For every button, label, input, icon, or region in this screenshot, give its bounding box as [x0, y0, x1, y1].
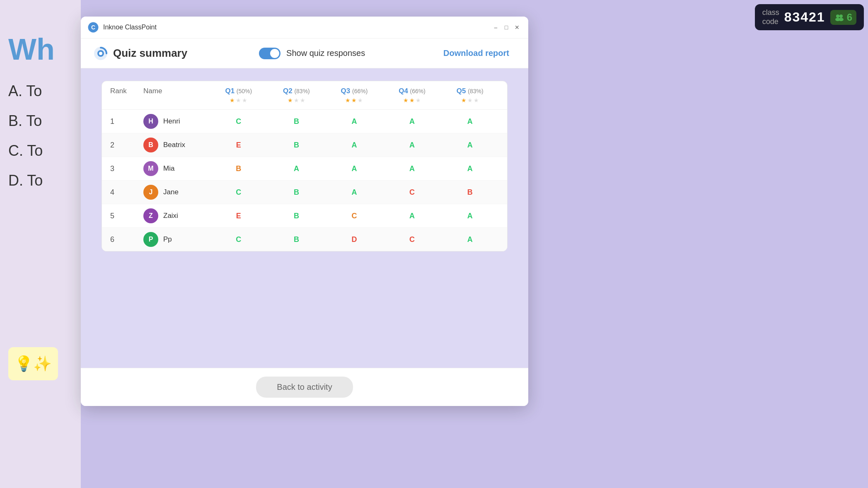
main-window: C Inknoe ClassPoint ‒ □ ✕ Quiz summary S… [81, 17, 528, 406]
answer-pp-q1: C [210, 235, 268, 244]
answer-beatrix-q5: A [441, 141, 499, 150]
avatar-pp: P [143, 232, 158, 247]
class-code-number: 83421 [784, 10, 825, 25]
avatar-zaixi: Z [143, 208, 158, 223]
quiz-summary-title: Quiz summary [93, 46, 187, 61]
slide-option-b: B. To [8, 112, 73, 130]
answer-jane-q2: B [268, 188, 326, 197]
class-code-badge: classcode 83421 6 [755, 4, 864, 30]
rank-5: 5 [110, 212, 143, 220]
answer-pp-q4: C [383, 235, 441, 244]
minimize-button[interactable]: ‒ [491, 23, 500, 32]
name-cell-henri: H Henri [143, 114, 210, 129]
table-row: 2 B Beatrix E B A A A [102, 133, 507, 157]
answer-beatrix-q2: B [268, 141, 326, 150]
table-row: 5 Z Zaixi E B C A A [102, 204, 507, 228]
slide-content: Wh A. To B. To C. To D. To 💡✨ [0, 0, 81, 488]
answer-mia-q5: A [441, 164, 499, 173]
slide-option-d: D. To [8, 172, 73, 189]
name-cell-pp: P Pp [143, 232, 210, 247]
col-header-q4: Q4 (66%) ★ ★ ★ [383, 87, 441, 104]
footer: Back to activity [81, 368, 528, 406]
bulb-widget: 💡✨ [8, 347, 58, 380]
download-report-button[interactable]: Download report [437, 45, 516, 61]
svg-point-8 [99, 52, 102, 55]
col-header-q1: Q1 (50%) ★ ★ ★ [210, 87, 268, 104]
answer-pp-q5: A [441, 235, 499, 244]
student-name-jane: Jane [163, 188, 179, 196]
toggle-label: Show quiz responses [286, 48, 365, 58]
answer-beatrix-q3: A [325, 141, 383, 150]
answer-henri-q4: A [383, 117, 441, 126]
toggle-area: Show quiz responses [187, 48, 437, 59]
avatar-henri: H [143, 114, 158, 129]
q2-stars: ★ ★ ★ [288, 97, 305, 104]
answer-beatrix-q1: E [210, 141, 268, 150]
svg-text:C: C [91, 24, 95, 31]
answer-jane-q4: C [383, 188, 441, 197]
users-icon [834, 14, 844, 21]
answer-mia-q2: A [268, 164, 326, 173]
maximize-button[interactable]: □ [502, 23, 511, 32]
app-header: Quiz summary Show quiz responses Downloa… [81, 39, 528, 68]
answer-henri-q2: B [268, 117, 326, 126]
class-code-users: 6 [830, 10, 856, 25]
slide-option-a: A. To [8, 82, 73, 100]
answer-mia-q3: A [325, 164, 383, 173]
name-cell-beatrix: B Beatrix [143, 138, 210, 152]
answer-beatrix-q4: A [383, 141, 441, 150]
show-responses-toggle[interactable] [259, 48, 280, 59]
answer-zaixi-q1: E [210, 212, 268, 220]
main-content: Rank Name Q1 (50%) ★ ★ ★ Q2 (83%) ★ ★ ★ [81, 68, 528, 368]
app-name: Inknoe ClassPoint [103, 24, 487, 31]
table-header: Rank Name Q1 (50%) ★ ★ ★ Q2 (83%) ★ ★ ★ [102, 81, 507, 110]
student-name-mia: Mia [163, 164, 174, 173]
answer-zaixi-q2: B [268, 212, 326, 220]
classpoint-logo [93, 46, 108, 61]
answer-zaixi-q5: A [441, 212, 499, 220]
answer-zaixi-q4: A [383, 212, 441, 220]
answer-mia-q4: A [383, 164, 441, 173]
col-header-q2: Q2 (83%) ★ ★ ★ [268, 87, 326, 104]
user-count: 6 [847, 12, 852, 23]
rank-6: 6 [110, 235, 143, 244]
avatar-jane: J [143, 185, 158, 200]
quiz-table: Rank Name Q1 (50%) ★ ★ ★ Q2 (83%) ★ ★ ★ [102, 81, 508, 251]
table-row: 3 M Mia B A A A A [102, 157, 507, 181]
svg-point-3 [839, 18, 844, 21]
svg-point-1 [839, 14, 843, 18]
rank-4: 4 [110, 188, 143, 197]
answer-zaixi-q3: C [325, 212, 383, 220]
col-header-rank: Rank [110, 87, 143, 104]
q1-stars: ★ ★ ★ [230, 97, 247, 104]
class-code-label: classcode [762, 8, 779, 26]
answer-jane-q1: C [210, 188, 268, 197]
name-cell-jane: J Jane [143, 185, 210, 200]
q3-stars: ★ ★ ★ [345, 97, 363, 104]
app-icon: C [87, 22, 99, 33]
student-name-zaixi: Zaixi [163, 212, 178, 220]
avatar-mia: M [143, 161, 158, 176]
col-header-q3: Q3 (66%) ★ ★ ★ [325, 87, 383, 104]
slide-title: Wh [8, 33, 73, 66]
student-name-henri: Henri [163, 117, 180, 126]
close-button[interactable]: ✕ [513, 23, 522, 32]
back-to-activity-button[interactable]: Back to activity [256, 377, 353, 398]
student-name-pp: Pp [163, 235, 172, 244]
slide-option-c: C. To [8, 142, 73, 159]
quiz-summary-label: Quiz summary [113, 47, 187, 60]
q4-stars: ★ ★ ★ [403, 97, 421, 104]
q5-stars: ★ ★ ★ [461, 97, 479, 104]
svg-point-0 [836, 14, 839, 18]
table-row: 1 H Henri C B A A A [102, 110, 507, 133]
avatar-beatrix: B [143, 138, 158, 152]
answer-henri-q5: A [441, 117, 499, 126]
table-row: 4 J Jane C B A C B [102, 181, 507, 204]
col-header-name: Name [143, 87, 210, 104]
answer-pp-q3: D [325, 235, 383, 244]
answer-henri-q3: A [325, 117, 383, 126]
table-row: 6 P Pp C B D C A [102, 228, 507, 251]
name-cell-mia: M Mia [143, 161, 210, 176]
rank-2: 2 [110, 141, 143, 150]
answer-jane-q3: A [325, 188, 383, 197]
